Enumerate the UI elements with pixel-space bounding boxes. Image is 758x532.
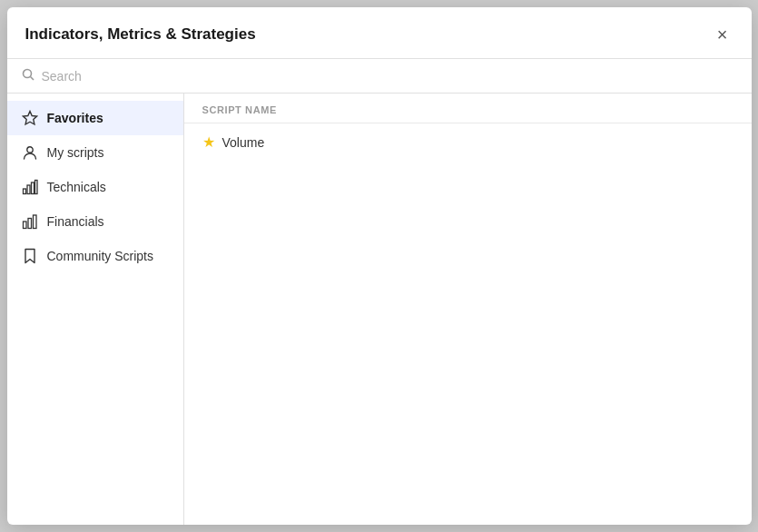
person-icon [22, 144, 38, 161]
sidebar-item-financials[interactable]: Financials [7, 204, 183, 239]
sidebar-item-financials-label: Financials [47, 214, 104, 229]
dialog: Indicators, Metrics & Strategies × [7, 7, 752, 525]
financials-icon [22, 213, 38, 230]
svg-rect-7 [34, 181, 37, 194]
svg-rect-9 [28, 219, 32, 229]
sidebar-item-community-scripts[interactable]: Community Scripts [7, 239, 183, 273]
sidebar: Favorites My scripts [7, 94, 184, 525]
technicals-icon [22, 179, 38, 195]
sidebar-item-favorites-label: Favorites [47, 111, 103, 125]
sidebar-item-favorites[interactable]: Favorites [7, 101, 183, 135]
sidebar-item-technicals[interactable]: Technicals [7, 170, 183, 204]
svg-line-1 [30, 77, 34, 81]
table-header: SCRIPT NAME [184, 94, 752, 123]
column-script-name: SCRIPT NAME [202, 104, 277, 115]
sidebar-item-community-scripts-label: Community Scripts [47, 249, 153, 263]
svg-marker-2 [23, 112, 36, 125]
dialog-body: Favorites My scripts [7, 94, 752, 525]
star-icon [22, 110, 38, 126]
svg-rect-5 [27, 185, 30, 194]
script-name: Volume [222, 135, 265, 150]
svg-rect-6 [31, 182, 34, 194]
search-icon [22, 68, 34, 84]
svg-rect-10 [33, 215, 36, 229]
svg-point-0 [23, 70, 31, 78]
dialog-overlay: Indicators, Metrics & Strategies × [0, 0, 758, 532]
close-button[interactable]: × [712, 24, 733, 45]
search-input[interactable] [42, 69, 737, 84]
main-content: SCRIPT NAME ★ Volume [184, 94, 752, 525]
svg-point-3 [26, 147, 32, 153]
dialog-title: Indicators, Metrics & Strategies [25, 25, 256, 44]
sidebar-item-my-scripts-label: My scripts [47, 145, 104, 160]
dialog-header: Indicators, Metrics & Strategies × [7, 7, 752, 59]
svg-rect-4 [23, 189, 25, 194]
favorite-star-icon: ★ [202, 133, 215, 151]
sidebar-item-my-scripts[interactable]: My scripts [7, 135, 183, 170]
svg-rect-8 [23, 222, 26, 229]
bookmark-icon [22, 248, 38, 264]
table-row[interactable]: ★ Volume [184, 123, 752, 161]
search-bar [7, 59, 752, 94]
sidebar-item-technicals-label: Technicals [47, 180, 106, 194]
